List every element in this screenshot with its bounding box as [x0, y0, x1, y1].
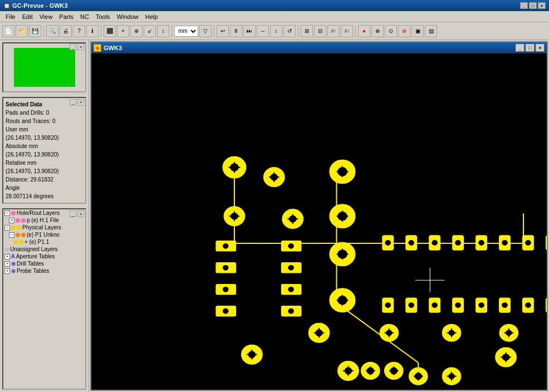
preview-canvas [14, 48, 75, 87]
preview-close-button[interactable]: × [77, 43, 84, 50]
svg-rect-177 [546, 297, 547, 312]
gwk3-icon: G [94, 44, 101, 52]
tree-item-h1[interactable]: + p (e) H.1 File [8, 217, 85, 224]
menu-window[interactable]: Window [114, 12, 142, 21]
info-collapse-button[interactable]: _ [70, 99, 76, 106]
redraw-button[interactable]: ↺ [283, 25, 296, 37]
expand-probe[interactable]: + [4, 268, 10, 274]
save-button[interactable]: 💾 [29, 25, 41, 37]
tree-item-unassigned[interactable]: Unassigned Layers [3, 246, 85, 253]
filter-button[interactable]: ▽ [199, 25, 212, 37]
open-button[interactable]: 📂 [16, 25, 28, 37]
zoom-out-button[interactable]: ↙ [144, 25, 156, 37]
expand-drill[interactable]: + [4, 261, 10, 267]
p1-label: (e) P1 Unkno [27, 232, 60, 238]
print-button[interactable]: 🖨 [60, 25, 72, 37]
menu-file[interactable]: File [2, 12, 19, 21]
fit-button[interactable]: ↔ [257, 25, 269, 37]
step2-button[interactable]: ⏭ [243, 25, 256, 37]
help-button[interactable]: ? [73, 25, 85, 37]
gwk3-window: G GWK3 _ □ × [90, 41, 548, 391]
tree-item-p1[interactable]: − (e) P1 Unkno [8, 231, 85, 238]
menu-bar: File Edit View Parts NC Tools Window Hel… [0, 11, 549, 22]
menu-nc[interactable]: NC [77, 12, 92, 21]
tree-item-physical[interactable]: − Physical Layers [3, 224, 85, 231]
toolbar-sep5 [298, 25, 298, 37]
expand-p1[interactable]: − [9, 232, 14, 238]
svg-rect-137 [546, 235, 547, 250]
menu-help[interactable]: Help [142, 12, 161, 21]
drill-icon: ⊕ [11, 261, 16, 267]
info-button[interactable]: ℹ [86, 25, 99, 37]
aperture-icon: A [11, 253, 15, 259]
zoom-area-button[interactable]: ⊕ [130, 25, 143, 37]
tree-item-drill[interactable]: + ⊕ Drill Tables [3, 260, 85, 267]
layers-panel: _ × − Hole/Rout Layers + p (e) H.1 File … [2, 208, 86, 390]
pcb-svg [91, 53, 547, 390]
distance-row: Distance: 29.61832 [6, 175, 83, 184]
circle-button[interactable]: ⊕ [371, 25, 384, 37]
expand-h1[interactable]: + [9, 218, 14, 223]
p1-1-label: + (e) P1.1 [24, 239, 49, 245]
user-coords: (26.14970, 13.90820) [6, 134, 83, 142]
menu-edit[interactable]: Edit [19, 12, 36, 21]
gwk3-title: GWK3 [104, 45, 122, 51]
unassigned-color [4, 247, 9, 252]
minimize-button[interactable]: _ [520, 2, 528, 9]
user-mm-label: User mm [6, 125, 83, 134]
circle2-button[interactable]: ⊙ [385, 25, 397, 37]
relative-coords: (26.14970, 13.90820) [6, 167, 83, 175]
menu-parts[interactable]: Parts [56, 12, 77, 21]
p1-color [16, 233, 20, 237]
title-bar: 🔲 GC-Prevue - GWK3 _ □ × [0, 0, 549, 11]
new-button[interactable]: 📄 [2, 25, 14, 37]
info-close-button[interactable]: × [77, 99, 84, 106]
p1-color2 [21, 233, 26, 237]
print-preview-button[interactable]: 🔍 [46, 25, 58, 37]
expand-hole-rout[interactable]: − [4, 210, 10, 216]
toolbar-sep2 [101, 25, 101, 37]
h1-label: p (e) H.1 File [27, 217, 59, 223]
step-button[interactable]: ⏸ [230, 25, 242, 37]
fit2-button[interactable]: ↕ [270, 25, 282, 37]
monitor-button[interactable]: ▣ [411, 25, 424, 37]
gwk3-close-button[interactable]: × [536, 44, 545, 52]
drill-label: Drill Tables [17, 261, 44, 267]
expand-aperture[interactable]: + [4, 254, 10, 259]
expand-physical[interactable]: − [4, 225, 10, 231]
maximize-button[interactable]: □ [529, 2, 537, 9]
layers-close-button[interactable]: × [77, 210, 84, 217]
hole-rout-label: Hole/Rout Layers [17, 210, 60, 216]
gwk3-canvas[interactable] [91, 53, 547, 390]
tree-item-probe[interactable]: + ⊗ Probe Tables [3, 267, 85, 275]
unit-select[interactable]: mm in mil [174, 26, 198, 37]
layers-collapse-button[interactable]: _ [70, 210, 76, 217]
preview-collapse-button[interactable]: _ [70, 43, 76, 50]
h1-color [16, 218, 20, 223]
layers-button[interactable]: ⊞ [301, 25, 313, 37]
monitor2-button[interactable]: ▤ [425, 25, 437, 37]
undo-button[interactable]: ↩ [217, 25, 229, 37]
tree-item-aperture[interactable]: + A Aperture Tables [3, 253, 85, 260]
left-panel: _ × _ × Selected Data Pads and Drills: 0… [0, 40, 89, 392]
menu-view[interactable]: View [36, 12, 56, 21]
num2-button[interactable]: 2↓ [341, 25, 353, 37]
absolute-label: Absolute mm [6, 142, 83, 150]
close-button[interactable]: × [538, 2, 546, 9]
num1-button[interactable]: 2↑ [327, 25, 340, 37]
gwk3-minimize-button[interactable]: _ [516, 44, 525, 52]
unassigned-label: Unassigned Layers [10, 246, 58, 252]
aperture-label: Aperture Tables [16, 253, 55, 259]
nc-button[interactable]: ⊟ [314, 25, 326, 37]
gwk3-maximize-button[interactable]: □ [526, 44, 535, 52]
red-button[interactable]: ● [358, 25, 370, 37]
zoom-in-button[interactable]: + [117, 25, 129, 37]
angle-value: 28.007114 degrees [6, 192, 83, 200]
menu-tools[interactable]: Tools [92, 12, 114, 21]
pan-button[interactable]: ↕ [157, 25, 169, 37]
select-button[interactable]: ⬛ [104, 25, 116, 37]
red2-button[interactable]: ⊗ [398, 25, 410, 37]
title-icon: 🔲 [3, 3, 10, 9]
tree-item-p1-1[interactable]: + (e) P1.1 [12, 238, 85, 246]
physical-color [11, 226, 16, 230]
